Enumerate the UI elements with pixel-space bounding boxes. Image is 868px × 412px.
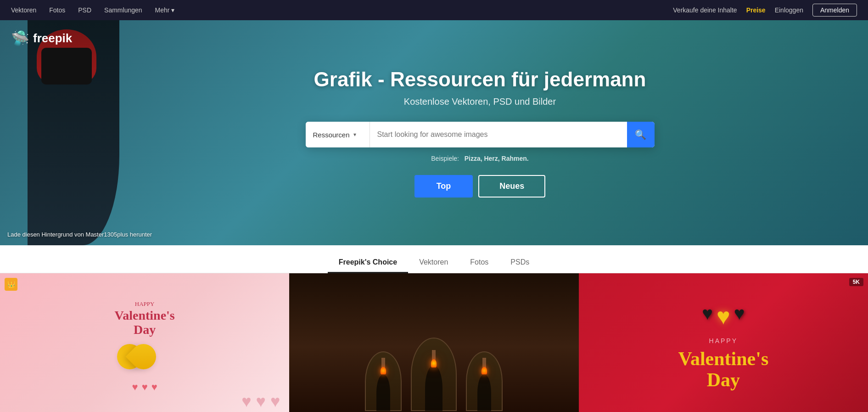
hero-subtitle: Kostenlose Vektoren, PSD und Bilder	[306, 96, 655, 107]
hero-tab-buttons: Top Neues	[306, 175, 655, 198]
gold-heart: ♥	[717, 303, 730, 330]
nav-right-items: Verkaufe deine Inhalte Preise Einloggen …	[673, 4, 857, 17]
dark-hearts-row: ♥ ♥ ♥	[702, 303, 745, 330]
heart-shape	[112, 342, 177, 374]
hero-background-figure	[0, 20, 147, 245]
valentine-pink-content: HAPPY Valentine'sDay ♥ ♥ ♥	[0, 273, 289, 412]
neues-button[interactable]: Neues	[478, 175, 545, 198]
dungeon-content	[289, 273, 578, 412]
arch-2	[411, 333, 457, 411]
gallery-section: 👑 HAPPY Valentine'sDay ♥ ♥ ♥	[0, 273, 868, 412]
logo-text: freepik	[33, 31, 72, 45]
top-button[interactable]: Top	[414, 175, 473, 198]
nav-login[interactable]: Einloggen	[775, 6, 803, 14]
torch-1	[381, 358, 386, 374]
gallery-card-3[interactable]: 5K ♥ ♥ ♥ HAPPY Valentine'sDay	[579, 273, 868, 412]
logo-icon: 🛸	[11, 29, 29, 47]
dropdown-arrow-icon: ▾	[353, 131, 356, 138]
top-navigation: Vektoren Fotos PSD Sammlungen Mehr ▾ Ver…	[0, 0, 868, 20]
search-dropdown-label: Ressourcen	[313, 131, 350, 139]
nav-psd[interactable]: PSD	[78, 6, 91, 14]
gallery-card-1[interactable]: 👑 HAPPY Valentine'sDay ♥ ♥ ♥	[0, 273, 289, 412]
tab-vektoren[interactable]: Vektoren	[408, 253, 459, 273]
nav-fotos[interactable]: Fotos	[49, 6, 65, 14]
nav-left-items: Vektoren Fotos PSD Sammlungen Mehr ▾	[11, 6, 174, 14]
tab-psds[interactable]: PSDs	[499, 253, 540, 273]
nav-preise[interactable]: Preise	[746, 6, 766, 14]
examples-terms: Pizza, Herz, Rahmen.	[465, 155, 529, 162]
chevron-down-icon: ▾	[171, 6, 174, 14]
nav-vektoren[interactable]: Vektoren	[11, 6, 36, 14]
pink-hearts-row: ♥ ♥ ♥	[132, 381, 157, 393]
nav-sell[interactable]: Verkaufe deine Inhalte	[673, 6, 737, 14]
arch-3	[466, 347, 503, 411]
search-category-dropdown[interactable]: Ressourcen ▾	[306, 122, 370, 147]
examples-label: Beispiele:	[431, 155, 459, 162]
nav-mehr[interactable]: Mehr ▾	[155, 6, 175, 14]
valentine-title-1: Valentine'sDay	[115, 309, 175, 337]
dark-heart-1: ♥	[702, 303, 713, 330]
nav-signup-button[interactable]: Anmelden	[812, 4, 857, 17]
tab-freepiks-choice[interactable]: Freepik's Choice	[328, 253, 408, 273]
dark-heart-2: ♥	[734, 303, 745, 330]
hero-title: Grafik - Ressourcen für jedermann	[306, 68, 655, 91]
gallery-card-2[interactable]	[289, 273, 578, 412]
vr-happy-label: HAPPY	[709, 337, 738, 344]
content-tabs-section: Freepik's Choice Vektoren Fotos PSDs	[0, 245, 868, 273]
content-tabs-list: Freepik's Choice Vektoren Fotos PSDs	[0, 245, 868, 273]
hero-content: Grafik - Ressourcen für jedermann Kosten…	[306, 68, 655, 198]
search-bar: Ressourcen ▾ 🔍	[306, 122, 655, 147]
search-button[interactable]: 🔍	[627, 122, 655, 147]
hero-section: 🛸 freepik Grafik - Ressourcen für jederm…	[0, 20, 868, 245]
arches-row	[365, 333, 503, 411]
happy-label-1: HAPPY	[135, 300, 155, 308]
valentine-red-content: ♥ ♥ ♥ HAPPY Valentine'sDay	[579, 273, 868, 412]
search-icon: 🔍	[635, 129, 646, 140]
arch-1	[365, 347, 402, 411]
hero-examples: Beispiele: Pizza, Herz, Rahmen.	[306, 155, 655, 162]
nav-sammlungen[interactable]: Sammlungen	[104, 6, 142, 14]
nav-mehr-label: Mehr	[155, 6, 170, 14]
background-credit[interactable]: Lade diesen Hintergrund von Master1305pl…	[7, 231, 152, 238]
vr-title: Valentine'sDay	[678, 348, 768, 390]
tab-fotos[interactable]: Fotos	[459, 253, 499, 273]
freepik-logo[interactable]: 🛸 freepik	[11, 29, 72, 47]
torch-3	[482, 358, 487, 374]
torch-2	[431, 350, 437, 367]
search-input[interactable]	[370, 130, 627, 139]
